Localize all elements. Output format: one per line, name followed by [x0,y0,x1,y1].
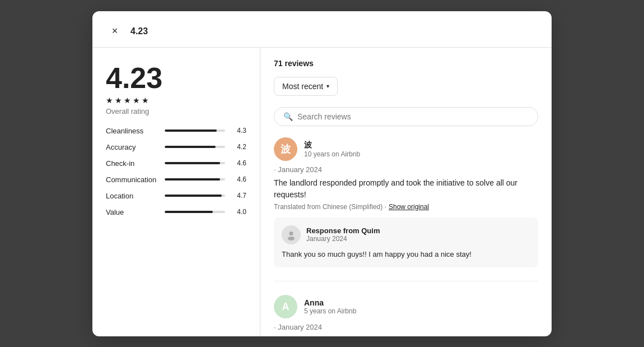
overall-label: Overall rating [106,107,246,115]
bar-label: Check-in [106,159,159,168]
bar-value: 4.6 [231,159,246,167]
bar-fill [165,129,217,132]
bar-row-cleanliness: Cleanliness 4.3 [106,127,246,135]
modal-overlay: × 4.23 4.23 ★ ★ ★ ★ ★ Overall rating Cle… [0,0,644,347]
search-icon: 🔍 [283,112,293,121]
bar-label: Cleanliness [106,127,159,135]
bar-label: Location [106,192,159,200]
bar-value: 4.6 [231,175,246,183]
bar-value: 4.3 [231,127,246,135]
star-4: ★ [133,96,140,105]
bar-value: 4.7 [231,192,246,200]
bar-track [165,129,225,132]
bar-track [165,146,225,148]
modal-body: 4.23 ★ ★ ★ ★ ★ Overall rating Cleanlines… [92,48,552,336]
rating-panel: 4.23 ★ ★ ★ ★ ★ Overall rating Cleanlines… [92,48,260,336]
svg-point-1 [290,232,293,235]
star-2: ★ [115,96,122,105]
response-avatar [282,225,301,244]
search-input[interactable] [297,112,529,121]
reviews-modal: × 4.23 4.23 ★ ★ ★ ★ ★ Overall rating Cle… [92,11,552,336]
star-5: ★ [142,96,149,105]
reviewer-avatar: 波 [274,137,297,161]
review-item: 波 波 10 years on Airbnb · January 2024 Th… [274,137,538,282]
review-item: A Anna 5 years on Airbnb · January 2024 … [274,295,538,336]
reviewer-row: A Anna 5 years on Airbnb [274,295,538,318]
bar-fill [165,195,222,197]
overall-score: 4.23 [106,63,246,92]
bar-fill [165,146,216,148]
bar-label: Communication [106,175,159,184]
review-date: · January 2024 [274,323,538,331]
sort-label: Most recent [282,82,323,91]
chevron-down-icon: ▾ [326,83,329,89]
search-bar: 🔍 [274,107,538,126]
close-button[interactable]: × [106,22,124,40]
bar-row-communication: Communication 4.6 [106,175,246,184]
response-text: Thank you so much guys!! I am happy you … [282,249,530,260]
svg-point-2 [288,237,295,240]
reviewer-name: Anna [304,298,356,307]
bar-fill [165,162,220,164]
translated-note: Translated from Chinese (Simplified) · S… [274,203,538,211]
reviews-list: 波 波 10 years on Airbnb · January 2024 Th… [274,137,538,336]
bar-label: Accuracy [106,143,159,151]
bar-row-location: Location 4.7 [106,192,246,200]
response-meta: Response from Quim January 2024 [306,226,380,243]
bar-value: 4.2 [231,143,246,151]
response-from-label: Response from Quim [306,226,380,235]
reviewer-name: 波 [304,140,360,150]
bar-row-accuracy: Accuracy 4.2 [106,143,246,151]
rating-bars: Cleanliness 4.3 Accuracy 4.2 Check-in 4.… [106,127,246,216]
response-block: Response from Quim January 2024 Thank yo… [274,218,538,268]
review-text: We thoroughly enjoyed our stay here! The… [274,335,538,336]
bar-label: Value [106,208,159,216]
bar-track [165,178,225,181]
review-text: The landlord responded promptly and took… [274,177,538,201]
reviewer-info: Anna 5 years on Airbnb [304,298,356,315]
modal-header: × 4.23 [92,11,552,48]
modal-title: 4.23 [130,26,148,36]
reviews-panel: 71 reviews Most recent ▾ 🔍 波 [260,48,552,336]
star-rating: ★ ★ ★ ★ ★ [106,96,246,105]
bar-value: 4.0 [231,208,246,216]
translate-text: Translated from Chinese (Simplified) · [274,203,386,211]
reviewer-avatar: A [274,295,297,318]
review-date: · January 2024 [274,165,538,174]
star-3: ★ [124,96,131,105]
bar-track [165,211,225,213]
bar-track [165,195,225,197]
bar-row-check-in: Check-in 4.6 [106,159,246,168]
reviewer-meta: 10 years on Airbnb [304,150,360,158]
response-date: January 2024 [306,235,380,243]
bar-row-value: Value 4.0 [106,208,246,216]
star-1: ★ [106,96,113,105]
bar-fill [165,211,213,213]
sort-button[interactable]: Most recent ▾ [274,77,338,96]
reviews-count: 71 reviews [274,59,538,68]
bar-track [165,162,225,164]
reviewer-info: 波 10 years on Airbnb [304,140,360,158]
response-header: Response from Quim January 2024 [282,225,530,244]
reviewer-meta: 5 years on Airbnb [304,307,356,315]
show-original-link[interactable]: Show original [389,203,429,211]
bar-fill [165,178,220,181]
reviewer-row: 波 波 10 years on Airbnb [274,137,538,161]
